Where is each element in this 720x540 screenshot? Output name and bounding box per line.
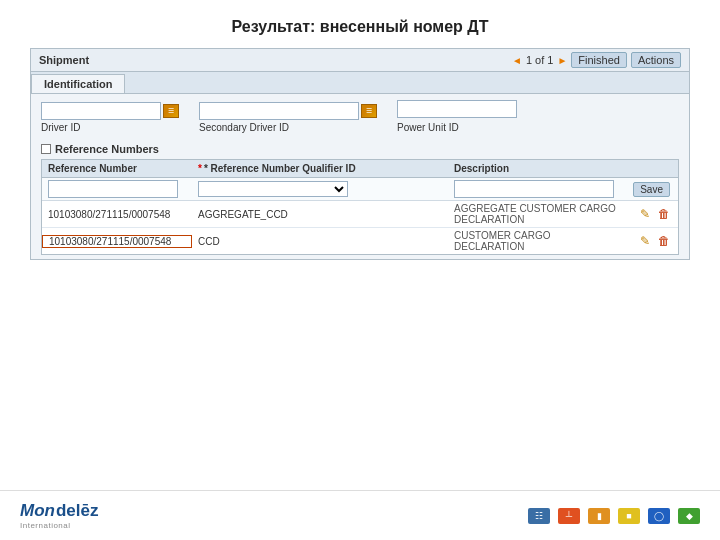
power-unit-id-label: Power Unit ID [397, 122, 517, 133]
footer-icon-fish: ┴ [558, 508, 580, 524]
delete-icon[interactable]: 🗑 [658, 234, 672, 248]
th-ref-number: Reference Number [42, 163, 192, 174]
driver-id-group: ☰ Driver ID [41, 102, 179, 133]
ref-checkbox[interactable] [41, 144, 51, 154]
row1-actions: ✎ 🗑 [628, 207, 678, 221]
save-button[interactable]: Save [633, 182, 670, 197]
nav-section: ◄ 1 of 1 ► Finished Actions [512, 52, 681, 68]
th-qualifier-id: ** Reference Number Qualifier ID [192, 163, 448, 174]
footer-icon-leaf: ◆ [678, 508, 700, 524]
power-unit-id-group: Power Unit ID [397, 100, 517, 133]
footer-icon-square: ■ [618, 508, 640, 524]
row2-actions: ✎ 🗑 [628, 234, 678, 248]
power-unit-id-input[interactable] [397, 100, 517, 118]
qualifier-select[interactable] [198, 181, 348, 197]
driver-id-input[interactable] [41, 102, 161, 120]
secondary-driver-id-group: ☰ Secondary Driver ID [199, 102, 377, 133]
nav-arrow-right[interactable]: ► [557, 55, 567, 66]
nav-arrow-left[interactable]: ◄ [512, 55, 522, 66]
row2-desc: CUSTOMER CARGO DECLARATION [448, 230, 628, 252]
save-button-cell: Save [628, 182, 678, 197]
footer-icon-grid: ☷ [528, 508, 550, 524]
row1-ref: 10103080/271115/0007548 [42, 209, 192, 220]
desc-input[interactable] [454, 180, 614, 198]
page-title: Результат: внесенный номер ДТ [0, 0, 720, 48]
driver-id-label: Driver ID [41, 122, 179, 133]
ref-number-input[interactable] [48, 180, 178, 198]
footer-icons: ☷ ┴ ▮ ■ ◯ ◆ [528, 508, 700, 524]
th-description: Description [448, 163, 628, 174]
table-row: 10103080/271115/0007548 CCD CUSTOMER CAR… [42, 228, 678, 254]
footer-icon-bar: ▮ [588, 508, 610, 524]
ref-section-title: Reference Numbers [55, 143, 159, 155]
ref-number-input-cell [42, 180, 192, 198]
reference-numbers-section: Reference Numbers Reference Number ** Re… [41, 143, 679, 255]
footer: Mon delēz International ☷ ┴ ▮ ■ ◯ ◆ [0, 490, 720, 540]
driver-area: ☰ Driver ID ☰ Secondary Driver ID Power … [31, 94, 689, 139]
edit-icon[interactable]: ✎ [640, 234, 654, 248]
row1-desc: AGGREGATE CUSTOMER CARGO DECLARATION [448, 203, 628, 225]
driver-id-db-icon[interactable]: ☰ [163, 104, 179, 118]
tabs-row: Identification [31, 72, 689, 94]
shipment-bar: Shipment ◄ 1 of 1 ► Finished Actions [30, 48, 690, 71]
ref-input-row: Save [42, 178, 678, 201]
secondary-driver-id-input[interactable] [199, 102, 359, 120]
nav-text: 1 of 1 [526, 54, 554, 66]
finished-button[interactable]: Finished [571, 52, 627, 68]
secondary-driver-id-db-icon[interactable]: ☰ [361, 104, 377, 118]
ref-header: Reference Numbers [41, 143, 679, 155]
tab-identification[interactable]: Identification [31, 74, 125, 93]
row2-ref: 10103080/271115/0007548 [42, 235, 192, 248]
actions-button[interactable]: Actions [631, 52, 681, 68]
logo-brand: Mon [20, 501, 55, 521]
desc-input-cell [448, 180, 628, 198]
row2-qualifier: CCD [192, 236, 448, 247]
ref-table-header: Reference Number ** Reference Number Qua… [42, 160, 678, 178]
reference-table: Reference Number ** Reference Number Qua… [41, 159, 679, 255]
edit-icon[interactable]: ✎ [640, 207, 654, 221]
logo-area: Mon delēz International [20, 501, 98, 530]
footer-icon-circle: ◯ [648, 508, 670, 524]
table-row: 10103080/271115/0007548 AGGREGATE_CCD AG… [42, 201, 678, 228]
row1-qualifier: AGGREGATE_CCD [192, 209, 448, 220]
form-panel: Identification ☰ Driver ID ☰ Seconda [30, 71, 690, 260]
qualifier-input-cell [192, 181, 448, 197]
logo-brand2: delēz [56, 501, 99, 521]
secondary-driver-id-label: Secondary Driver ID [199, 122, 377, 133]
shipment-label: Shipment [39, 54, 89, 66]
logo-sub: International [20, 521, 71, 530]
delete-icon[interactable]: 🗑 [658, 207, 672, 221]
